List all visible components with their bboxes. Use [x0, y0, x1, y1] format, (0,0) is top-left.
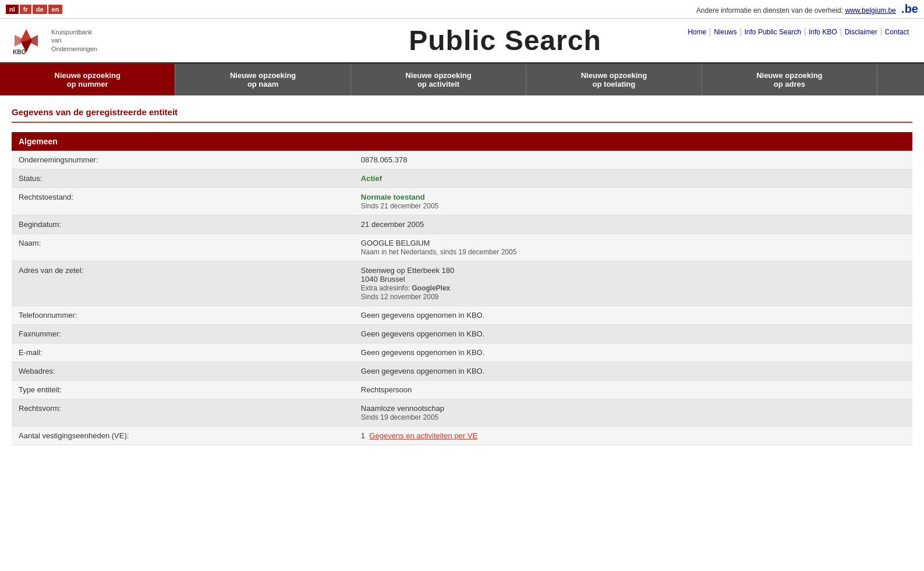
- vestigingen-link[interactable]: Gegevens en activiteiten per VE: [369, 431, 477, 440]
- lang-de[interactable]: de: [33, 5, 47, 14]
- header: KBO Kruispuntbank van Ondernemingen Publ…: [0, 19, 924, 64]
- data-table: Algemeen Ondernemingsnummer: 0878.065.37…: [12, 132, 912, 445]
- table-row: Rechtsvorm: Naamloze vennootschap Sinds …: [12, 399, 912, 427]
- label-email: E-mail:: [12, 343, 354, 361]
- belgium-link[interactable]: www.belgium.be: [845, 6, 895, 15]
- value-webadres: Geen gegevens opgenomen in KBO.: [354, 362, 912, 380]
- table-row: Adres van de zetel: Steenweg op Etterbee…: [12, 261, 912, 306]
- value-rechtstoestand: Normale toestand Sinds 21 december 2005: [354, 188, 912, 215]
- language-buttons: nl fr de en: [6, 5, 62, 14]
- nav-contact[interactable]: Contact: [881, 28, 912, 36]
- label-telefoon: Telefoonnummer:: [12, 306, 354, 324]
- value-ondernemingsnummer: 0878.065.378: [354, 151, 912, 169]
- label-naam: Naam:: [12, 234, 354, 261]
- lang-fr[interactable]: fr: [20, 5, 31, 14]
- table-row: Rechtstoestand: Normale toestand Sinds 2…: [12, 188, 912, 215]
- label-fax: Faxnummer:: [12, 325, 354, 343]
- label-type: Type entiteit:: [12, 381, 354, 399]
- value-rechtsvorm: Naamloze vennootschap Sinds 19 december …: [354, 399, 912, 426]
- label-status: Status:: [12, 169, 354, 187]
- nav-home[interactable]: Home: [684, 28, 710, 36]
- value-vestigingen: 1 Gegevens en activiteiten per VE: [354, 427, 912, 445]
- label-rechtsvorm: Rechtsvorm:: [12, 399, 354, 426]
- value-naam: GOOGLE BELGIUM Naam in het Nederlands, s…: [354, 234, 912, 261]
- label-ondernemingsnummer: Ondernemingsnummer:: [12, 151, 354, 169]
- value-type: Rechtspersoon: [354, 381, 912, 399]
- label-adres: Adres van de zetel:: [12, 261, 354, 306]
- top-info: Andere informatie en diensten van de ove…: [696, 2, 918, 16]
- label-vestigingen: Aantal vestigingseenheden (VE):: [12, 427, 354, 445]
- value-begindatum: 21 december 2005: [354, 215, 912, 233]
- tab-naam[interactable]: Nieuwe opzoekingop naam: [175, 64, 351, 95]
- section-divider: [12, 122, 912, 123]
- kbo-logo-svg: KBO: [12, 26, 47, 55]
- table-row: Begindatum: 21 december 2005: [12, 215, 912, 234]
- tab-extra[interactable]: [877, 64, 924, 95]
- table-row: E-mail: Geen gegevens opgenomen in KBO.: [12, 343, 912, 362]
- label-webadres: Webadres:: [12, 362, 354, 380]
- kbo-logo: KBO Kruispuntbank van Ondernemingen: [12, 26, 98, 55]
- top-bar: nl fr de en Andere informatie en dienste…: [0, 0, 924, 19]
- table-row: Aantal vestigingseenheden (VE): 1 Gegeve…: [12, 427, 912, 445]
- value-email: Geen gegevens opgenomen in KBO.: [354, 343, 912, 361]
- value-status: Actief: [354, 169, 912, 187]
- nav-tabs: Nieuwe opzoekingop nummer Nieuwe opzoeki…: [0, 64, 924, 95]
- value-adres: Steenweg op Etterbeek 180 1040 Brussel E…: [354, 261, 912, 306]
- kbo-tagline: Kruispuntbank van Ondernemingen: [51, 28, 98, 53]
- nav-nieuws[interactable]: Nieuws: [710, 28, 741, 36]
- tab-adres[interactable]: Nieuwe opzoekingop adres: [702, 64, 877, 95]
- table-header: Algemeen: [12, 132, 912, 151]
- lang-nl[interactable]: nl: [6, 5, 19, 14]
- table-row: Faxnummer: Geen gegevens opgenomen in KB…: [12, 325, 912, 343]
- lang-en[interactable]: en: [48, 5, 63, 14]
- table-row: Type entiteit: Rechtspersoon: [12, 381, 912, 399]
- table-row: Ondernemingsnummer: 0878.065.378: [12, 151, 912, 169]
- section-title: Gegevens van de geregistreerde entiteit: [12, 107, 912, 117]
- label-begindatum: Begindatum:: [12, 215, 354, 233]
- main-content: Gegevens van de geregistreerde entiteit …: [0, 95, 924, 469]
- nav-disclaimer[interactable]: Disclaimer: [841, 28, 881, 36]
- table-row: Telefoonnummer: Geen gegevens opgenomen …: [12, 306, 912, 325]
- label-rechtstoestand: Rechtstoestand:: [12, 188, 354, 215]
- nav-info-kbo[interactable]: Info KBO: [805, 28, 841, 36]
- nav-info-public-search[interactable]: Info Public Search: [741, 28, 805, 36]
- table-row: Naam: GOOGLE BELGIUM Naam in het Nederla…: [12, 234, 912, 261]
- table-row: Status: Actief: [12, 169, 912, 188]
- table-row: Webadres: Geen gegevens opgenomen in KBO…: [12, 362, 912, 381]
- value-fax: Geen gegevens opgenomen in KBO.: [354, 325, 912, 343]
- be-logo: .be: [901, 2, 918, 15]
- tab-activiteit[interactable]: Nieuwe opzoekingop activiteit: [351, 64, 526, 95]
- value-telefoon: Geen gegevens opgenomen in KBO.: [354, 306, 912, 324]
- nav-links: Home Nieuws Info Public Search Info KBO …: [684, 28, 912, 36]
- tab-nummer[interactable]: Nieuwe opzoekingop nummer: [0, 64, 175, 95]
- svg-text:KBO: KBO: [13, 49, 26, 55]
- tab-toelating[interactable]: Nieuwe opzoekingop toelating: [526, 64, 702, 95]
